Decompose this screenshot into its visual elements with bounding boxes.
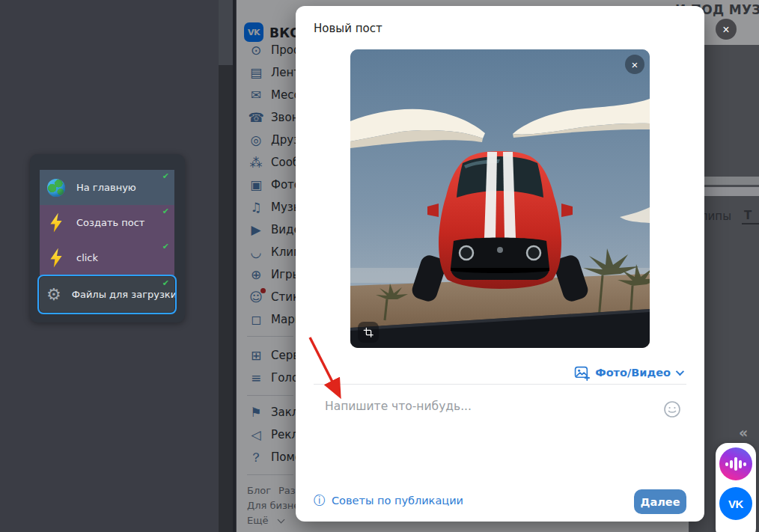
step-label: На главную xyxy=(76,182,136,193)
emoji-picker-button[interactable] xyxy=(663,400,681,418)
step-label: click xyxy=(76,252,98,263)
next-button[interactable]: Далее xyxy=(634,489,686,514)
crop-button[interactable] xyxy=(358,322,379,343)
extension-dock: VK xyxy=(716,443,756,532)
gear-icon: ⚙ xyxy=(46,287,61,303)
globe-icon xyxy=(47,179,65,197)
new-post-modal: Новый пост xyxy=(296,6,704,522)
close-button[interactable]: × xyxy=(716,19,737,40)
photo-add-icon xyxy=(574,365,590,381)
tips-label: Советы по публикации xyxy=(332,495,463,507)
modal-divider xyxy=(314,384,686,385)
check-icon: ✔ xyxy=(162,279,169,287)
photo-video-label: Фото/Видео xyxy=(595,367,671,379)
check-icon: ✔ xyxy=(162,242,169,251)
step-label: Файлы для загрузки xyxy=(72,289,177,300)
post-text-input[interactable] xyxy=(325,400,639,452)
step-create-post[interactable]: Создать пост ✔ xyxy=(40,205,174,240)
vk-service-button[interactable]: VK xyxy=(719,487,752,520)
step-label: Создать пост xyxy=(76,217,144,228)
remove-photo-button[interactable]: × xyxy=(625,55,644,74)
attached-photo: × xyxy=(350,49,650,348)
smiley-icon xyxy=(663,400,681,418)
step-click[interactable]: click ✔ xyxy=(40,240,174,275)
info-icon: ⓘ xyxy=(314,495,326,507)
photo-video-menu[interactable]: Фото/Видео xyxy=(574,364,682,382)
music-waveform-icon xyxy=(725,457,746,471)
automation-steps-panel: На главную ✔ Создать пост ✔ click ✔ ⚙ Фа… xyxy=(30,154,185,322)
check-icon: ✔ xyxy=(162,207,169,215)
crop-icon xyxy=(363,327,374,338)
step-home[interactable]: На главную ✔ xyxy=(40,170,174,205)
car-jump-photo xyxy=(350,49,650,348)
panel-scrollbar-thumb[interactable] xyxy=(219,0,233,65)
chevron-down-icon xyxy=(676,367,684,376)
check-icon: ✔ xyxy=(162,172,169,180)
publication-tips-link[interactable]: ⓘ Советы по публикации xyxy=(314,495,463,507)
step-upload-files[interactable]: ⚙ Файлы для загрузки ✔ xyxy=(40,277,174,312)
dock-collapse-icon[interactable]: « xyxy=(739,424,748,441)
lightning-icon xyxy=(49,213,64,233)
modal-title: Новый пост xyxy=(314,22,382,35)
panel-scrollbar-track[interactable] xyxy=(219,0,233,532)
screen: На главную ✔ Создать пост ✔ click ✔ ⚙ Фа… xyxy=(0,0,759,532)
automation-steps-list: На главную ✔ Создать пост ✔ click ✔ ⚙ Фа… xyxy=(40,170,174,312)
music-service-button[interactable] xyxy=(719,447,752,480)
lightning-icon xyxy=(49,248,64,268)
